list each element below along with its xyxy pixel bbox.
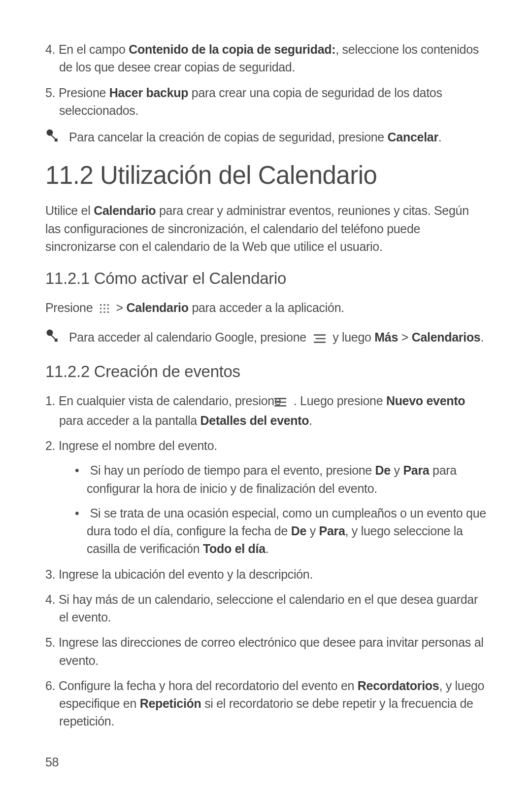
text: En el campo [59, 42, 129, 56]
svg-point-10 [47, 330, 53, 336]
bold-to: Para [319, 524, 345, 538]
event-step-3: 3. Ingrese la ubicación del evento y la … [45, 565, 487, 583]
bold-reminders: Recordatorios [358, 679, 439, 693]
open-calendar-instruction: Presione > Calendario para acceder a la … [45, 299, 487, 318]
note-google-calendar: Para acceder al calendario Google, presi… [45, 328, 487, 348]
step-5: 5. Presione Hacer backup para crear una … [45, 84, 487, 120]
text: para acceder a la aplicación. [189, 301, 344, 314]
app-grid-icon [99, 301, 110, 318]
text: Presione [45, 301, 96, 314]
step-number: 4. [45, 42, 55, 56]
text: Para acceder al calendario Google, presi… [69, 330, 310, 344]
text: > [116, 301, 127, 314]
intro-paragraph: Utilice el Calendario para crear y admin… [45, 202, 487, 255]
svg-point-1 [100, 304, 102, 306]
document-page: 4. En el campo Contenido de la copia de … [0, 0, 532, 797]
note-cancel-backup: Para cancelar la creación de copias de s… [45, 128, 487, 146]
step-4: 4. En el campo Contenido de la copia de … [45, 40, 487, 76]
step-2-sub-bullets: Si hay un período de tiempo para el even… [75, 461, 487, 557]
step-number: 5. [45, 635, 55, 649]
bold-more: Más [374, 330, 398, 344]
text: . [266, 542, 269, 555]
event-step-1: 1. En cualquier vista de calendario, pre… [45, 392, 487, 430]
svg-point-8 [103, 312, 105, 313]
bullet-time-period: Si hay un período de tiempo para el even… [75, 461, 487, 497]
text: Utilice el [45, 204, 94, 217]
bold-new-event: Nuevo evento [386, 394, 465, 408]
svg-point-4 [100, 308, 102, 310]
text: . [438, 130, 442, 144]
text: . [309, 414, 312, 427]
create-event-steps: 1. En cualquier vista de calendario, pre… [45, 392, 487, 730]
text: . Luego presione [294, 394, 386, 408]
text: Ingrese el nombre del evento. [59, 439, 217, 452]
note-icon [45, 329, 59, 343]
text: Ingrese las direcciones de correo electr… [59, 635, 484, 667]
bold-cancel: Cancelar [388, 130, 438, 144]
subsection-heading-11-2-1: 11.2.1 Cómo activar el Calendario [45, 269, 487, 288]
svg-point-9 [107, 312, 109, 313]
text: y [306, 524, 319, 538]
text: Si hay más de un calendario, seleccione … [59, 592, 478, 624]
note-text: Para cancelar la creación de copias de s… [69, 128, 487, 146]
text: Si hay un período de tiempo para el even… [90, 463, 375, 477]
event-step-5: 5. Ingrese las direcciones de correo ele… [45, 633, 487, 669]
note-text: Para acceder al calendario Google, presi… [69, 328, 487, 348]
bullet-all-day: Si se trata de una ocasión especial, com… [75, 504, 487, 558]
bold-repeat: Repetición [140, 696, 201, 710]
bold-calendar: Calendario [94, 204, 156, 217]
svg-point-5 [103, 308, 105, 310]
bold-action: Hacer backup [109, 86, 188, 100]
bold-all-day: Todo el día [203, 542, 266, 555]
text: y [391, 463, 403, 477]
text: > [398, 330, 412, 344]
svg-point-6 [107, 308, 109, 310]
svg-point-0 [47, 130, 53, 136]
step-number: 2. [45, 439, 55, 452]
bold-from: De [375, 463, 391, 477]
bold-calendars: Calendarios [412, 330, 481, 344]
bold-from: De [291, 524, 306, 538]
bold-calendar-app: Calendario [127, 301, 189, 314]
text: En cualquier vista de calendario, presio… [59, 394, 284, 408]
text: para acceder a la pantalla [59, 414, 200, 427]
subsection-heading-11-2-2: 11.2.2 Creación de eventos [45, 362, 487, 381]
svg-point-3 [107, 304, 109, 306]
step-number: 1. [45, 394, 55, 408]
step-number: 6. [45, 679, 55, 693]
event-step-4: 4. Si hay más de un calendario, seleccio… [45, 590, 487, 626]
bold-event-details: Detalles del evento [200, 414, 309, 427]
text: Ingrese la ubicación del evento y la des… [59, 567, 313, 581]
event-step-6: 6. Configure la fecha y hora del recorda… [45, 677, 487, 730]
note-icon [45, 129, 59, 143]
step-number: 4. [45, 592, 55, 606]
page-number: 58 [45, 755, 59, 769]
bold-field-name: Contenido de la copia de seguridad: [129, 42, 335, 56]
text: Configure la fecha y hora del recordator… [59, 679, 358, 693]
section-heading-11-2: 11.2 Utilización del Calendario [45, 161, 487, 190]
step-list-continued: 4. En el campo Contenido de la copia de … [45, 40, 487, 119]
step-number: 3. [45, 567, 55, 581]
text: Para cancelar la creación de copias de s… [69, 130, 388, 144]
svg-point-7 [100, 312, 102, 313]
svg-point-2 [103, 304, 105, 306]
event-step-2: 2. Ingrese el nombre del evento. Si hay … [45, 437, 487, 558]
menu-icon [313, 330, 327, 348]
text: y luego [332, 330, 374, 344]
text: . [480, 330, 484, 344]
bold-to: Para [403, 463, 429, 477]
step-number: 5. [45, 86, 55, 100]
text: Presione [59, 86, 109, 100]
